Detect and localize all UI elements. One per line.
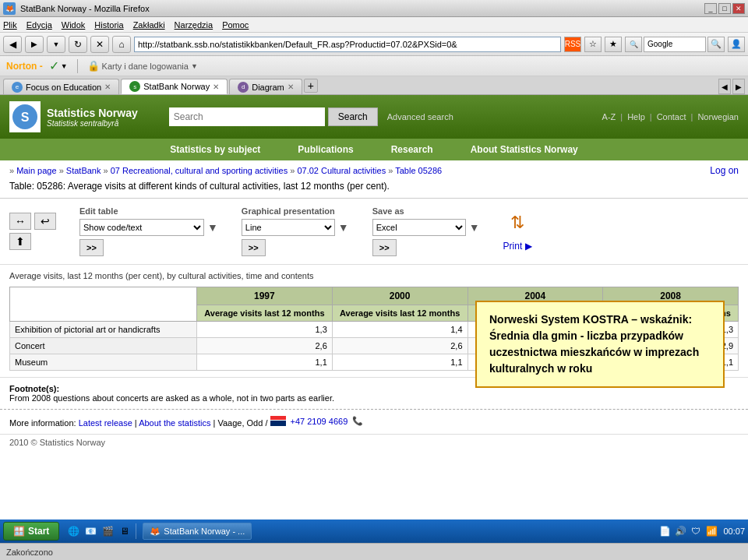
- norton-karty-arrow: ▼: [191, 62, 198, 70]
- print-link[interactable]: Print ▶: [503, 241, 532, 252]
- nav-research[interactable]: Research: [372, 139, 452, 160]
- phone-link[interactable]: +47 2109 4669: [291, 417, 348, 426]
- graph-go-button[interactable]: >>: [242, 239, 266, 256]
- menu-edycja[interactable]: Edycja: [26, 20, 52, 30]
- row-label-art: Exhibition of pictorial art or handicraf…: [10, 322, 197, 338]
- edit-go-button[interactable]: >>: [79, 239, 104, 256]
- nav-dropdown[interactable]: ▼: [47, 36, 65, 53]
- save-as-label: Save as: [372, 206, 480, 216]
- url-bar[interactable]: [134, 37, 561, 52]
- forward-button[interactable]: ▶: [25, 36, 44, 53]
- avg-header-1997: Average visits last 12 months: [197, 305, 333, 322]
- breadcrumb-sep0: »: [9, 166, 16, 175]
- star-icon[interactable]: ☆: [584, 37, 602, 52]
- tab-focus-close[interactable]: ✕: [104, 83, 111, 91]
- tab-focus-label: Focus on Education: [26, 83, 101, 92]
- header-search-input[interactable]: [169, 107, 325, 126]
- tab-scroll-left[interactable]: ◀: [718, 79, 731, 94]
- back-button[interactable]: ◀: [3, 36, 22, 53]
- tab-focus-icon: e: [12, 82, 23, 93]
- tab-diagram[interactable]: d Diagram ✕: [229, 79, 302, 94]
- nav-about[interactable]: About Statistics Norway: [452, 139, 597, 160]
- tooltip-text: Norweski System KOSTRA – wskaźnik: Średn…: [489, 313, 699, 375]
- new-tab-button[interactable]: +: [304, 79, 318, 93]
- table-icon-1[interactable]: ↔: [9, 213, 31, 230]
- tooltip-overlay: Norweski System KOSTRA – wskaźnik: Średn…: [475, 301, 725, 388]
- breadcrumb-main-page[interactable]: Main page: [16, 166, 56, 175]
- home-button[interactable]: ⌂: [112, 36, 131, 53]
- save-format-select[interactable]: Excel: [372, 219, 466, 236]
- norton-bar: Norton - ✓ ▼ 🔒 Karty i dane logowania ▼: [0, 56, 748, 76]
- breadcrumb-bar: » Main page » StatBank » 07 Recreational…: [0, 160, 748, 181]
- norton-karty[interactable]: 🔒 Karty i dane logowania ▼: [87, 60, 198, 72]
- tab-statbank-icon: s: [129, 81, 140, 92]
- tab-statbank-norway[interactable]: s StatBank Norway ✕: [121, 79, 228, 94]
- sort-up-arrow[interactable]: ⇅: [510, 214, 524, 231]
- tab-bar: e Focus on Education ✕ s StatBank Norway…: [0, 76, 748, 95]
- maximize-button[interactable]: □: [718, 3, 731, 14]
- nav-statistics-by-subject[interactable]: Statistics by subject: [151, 139, 279, 160]
- contact-link[interactable]: Contact: [657, 112, 686, 122]
- advanced-search-link[interactable]: Advanced search: [387, 112, 453, 122]
- bookmark-icon[interactable]: ★: [605, 37, 622, 52]
- graph-type-select[interactable]: Line: [242, 219, 335, 236]
- norton-check-icon: ✓: [49, 58, 59, 73]
- breadcrumb-07[interactable]: 07 Recreational, cultural and sporting a…: [111, 166, 288, 175]
- table-icon-2[interactable]: ↩: [34, 213, 56, 230]
- museum-2000: 1,1: [332, 354, 468, 371]
- google-search-box[interactable]: Google: [644, 37, 706, 52]
- window-controls[interactable]: _ □ ✕: [704, 3, 745, 14]
- close-button[interactable]: ✕: [732, 3, 745, 14]
- az-link[interactable]: A-Z: [602, 112, 616, 122]
- log-on-link[interactable]: Log on: [710, 165, 739, 176]
- tab-statbank-close[interactable]: ✕: [213, 83, 219, 91]
- more-info-label: More information:: [9, 418, 76, 428]
- tab-diagram-label: Diagram: [252, 83, 284, 92]
- norwegian-link[interactable]: Norwegian: [697, 112, 739, 122]
- profile-icon[interactable]: 👤: [728, 37, 745, 52]
- menu-plik[interactable]: Plik: [3, 20, 17, 30]
- tab-focus-on-education[interactable]: e Focus on Education ✕: [3, 79, 119, 94]
- tab-statbank-label: StatBank Norway: [143, 82, 210, 91]
- stop-button[interactable]: ✕: [90, 36, 109, 53]
- breadcrumb-table[interactable]: Table 05286: [395, 166, 442, 175]
- site-header: S Statistics Norway Statistisk sentralby…: [0, 95, 748, 139]
- about-statistics-link[interactable]: About the statistics: [139, 418, 210, 428]
- concert-2000: 2,6: [332, 338, 468, 354]
- copyright-text: 2010 © Statistics Norway: [9, 438, 105, 447]
- google-search-button[interactable]: 🔍: [707, 37, 725, 52]
- table-title-bar: Table: 05286: Average visits at differen…: [0, 181, 748, 199]
- menu-pomoc[interactable]: Pomoc: [222, 20, 249, 30]
- menu-narzedzia[interactable]: Narzędzia: [175, 20, 213, 30]
- norway-flag: [270, 416, 286, 426]
- window-title: StatBank Norway - Mozilla Firefox: [20, 4, 150, 13]
- reload-button[interactable]: ↻: [69, 36, 87, 53]
- breadcrumb-sep4: »: [388, 166, 395, 175]
- tab-scroll-right[interactable]: ▶: [732, 79, 745, 94]
- graphical-label: Graphical presentation: [242, 206, 349, 216]
- rss-icon[interactable]: RSS: [564, 37, 581, 52]
- menu-zakladki[interactable]: Zakładki: [133, 20, 165, 30]
- svg-text:S: S: [21, 111, 30, 124]
- search-engine-icon[interactable]: 🔍: [625, 37, 642, 52]
- logo-sub: Statistisk sentralbyrå: [47, 119, 138, 128]
- nav-publications[interactable]: Publications: [279, 139, 372, 160]
- graph-dropdown-arrow: ▼: [338, 221, 349, 234]
- table-icon-3[interactable]: ⬆: [9, 233, 31, 250]
- tab-diagram-close[interactable]: ✕: [288, 83, 294, 91]
- breadcrumb-statbank[interactable]: StatBank: [66, 166, 101, 175]
- show-code-select[interactable]: Show code/text: [79, 219, 204, 236]
- menu-widok[interactable]: Widok: [62, 20, 86, 30]
- row-label-concert: Concert: [10, 338, 197, 354]
- breadcrumb-sep2: »: [104, 166, 111, 175]
- help-link[interactable]: Help: [627, 112, 645, 122]
- more-info-section: More information: Latest release | About…: [0, 409, 748, 434]
- save-go-button[interactable]: >>: [372, 239, 397, 256]
- norton-dropdown[interactable]: ✓ ▼: [49, 58, 68, 73]
- latest-release-link[interactable]: Latest release: [79, 418, 132, 428]
- menu-historia[interactable]: Historia: [94, 20, 123, 30]
- breadcrumb-0702[interactable]: 07.02 Cultural activities: [297, 166, 386, 175]
- minimize-button[interactable]: _: [704, 3, 717, 14]
- header-search-area: Search Advanced search: [169, 107, 453, 126]
- header-search-button[interactable]: Search: [328, 107, 378, 126]
